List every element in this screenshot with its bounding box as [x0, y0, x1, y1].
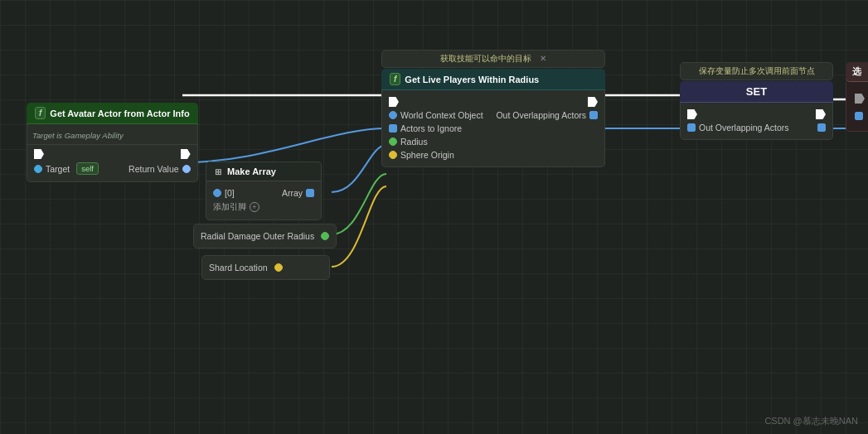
- actors-ignore-label: Actors to Ignore: [400, 123, 462, 133]
- add-pin-icon[interactable]: +: [250, 202, 259, 212]
- partial-body: [846, 82, 868, 132]
- sphere-origin-label: Sphere Origin: [400, 150, 454, 160]
- get-avatar-body: Target is Gameplay Ability Target self R…: [27, 124, 198, 182]
- get-avatar-node: f Get Avatar Actor from Actor Info Targe…: [27, 103, 198, 182]
- radius-label: Radius: [400, 137, 428, 147]
- target-value: self: [76, 162, 99, 175]
- target-label: Target: [46, 164, 70, 174]
- set-overlapping-row: Out Overlapping Actors: [681, 121, 832, 134]
- radial-damage-body: Radial Damage Outer Radius: [193, 224, 337, 248]
- get-avatar-header: f Get Avatar Actor from Actor Info: [27, 103, 198, 124]
- add-pin-row[interactable]: 添加引脚 +: [206, 200, 321, 215]
- shard-location-node: Shard Location: [201, 255, 330, 280]
- actors-ignore-row: Actors to Ignore: [382, 122, 604, 135]
- sphere-origin-pin[interactable]: [389, 151, 397, 159]
- function-badge2: f: [390, 73, 400, 85]
- array-icon: ⊞: [215, 167, 221, 176]
- make-array-body: [0] Array 添加引脚 +: [206, 181, 322, 220]
- set-tooltip: 保存变量防止多次调用前面节点: [680, 62, 833, 80]
- target-pin[interactable]: [34, 165, 42, 173]
- radius-row: Radius: [382, 135, 604, 148]
- make-array-header: ⊞ Make Array: [206, 162, 322, 181]
- glp-exec-row: [382, 95, 604, 108]
- exec-out-pin[interactable]: [181, 149, 191, 159]
- set-node: 保存变量防止多次调用前面节点 SET Out Overlapping Actor…: [680, 62, 833, 140]
- radial-damage-label: Radial Damage Outer Radius: [201, 231, 314, 241]
- shard-location-label: Shard Location: [209, 263, 268, 272]
- set-in-pin[interactable]: [687, 123, 696, 132]
- get-live-players-node: 获取技能可以命中的目标 ✕ f Get Live Players Within …: [381, 50, 605, 167]
- partial-exec-row: [846, 92, 868, 105]
- set-exec-out[interactable]: [816, 109, 826, 119]
- array-label: Array: [282, 188, 303, 198]
- add-pin-label: 添加引脚: [213, 201, 246, 213]
- target-row: Target self Return Value: [27, 161, 197, 176]
- get-avatar-subtitle-row: Target is Gameplay Ability: [27, 129, 197, 142]
- set-body: Out Overlapping Actors: [680, 103, 833, 140]
- radius-pin[interactable]: [389, 137, 397, 146]
- partial-exec-in[interactable]: [855, 94, 865, 104]
- partial-header: 选: [846, 62, 868, 82]
- shard-location-body: Shard Location: [201, 255, 330, 280]
- world-context-pin[interactable]: [389, 111, 397, 119]
- out-overlapping-label: Out Overlapping Actors: [496, 110, 586, 120]
- get-live-players-header: f Get Live Players Within Radius: [381, 69, 605, 90]
- set-title: SET: [746, 85, 767, 98]
- get-live-players-body: World Context Object Out Overlapping Act…: [381, 90, 605, 167]
- world-context-label: World Context Object: [400, 110, 483, 120]
- set-out-pin[interactable]: [817, 123, 826, 132]
- radial-damage-node: Radial Damage Outer Radius: [193, 224, 337, 248]
- exec-in-row: [27, 147, 197, 161]
- shard-location-pin[interactable]: [274, 263, 283, 272]
- return-label: Return Value: [129, 164, 179, 174]
- array-out-pin[interactable]: [306, 189, 314, 197]
- array-item0-pin[interactable]: [213, 189, 221, 197]
- glp-exec-out[interactable]: [588, 97, 598, 107]
- exec-in-pin[interactable]: [34, 149, 44, 159]
- partial-in-pin[interactable]: [855, 112, 863, 120]
- make-array-node: ⊞ Make Array [0] Array 添加引脚 +: [206, 162, 322, 220]
- set-exec-row: [681, 108, 832, 121]
- actors-ignore-pin[interactable]: [389, 124, 397, 133]
- tooltip-icon: ✕: [540, 54, 546, 63]
- sphere-origin-row: Sphere Origin: [382, 148, 604, 162]
- radial-damage-row: Radial Damage Outer Radius: [194, 229, 336, 243]
- glp-exec-in[interactable]: [389, 97, 399, 107]
- partial-node: 选: [846, 62, 868, 132]
- world-context-row: World Context Object Out Overlapping Act…: [382, 108, 604, 122]
- partial-label: 选: [852, 65, 861, 78]
- set-header: SET: [680, 81, 833, 103]
- partial-pin-row: [846, 110, 868, 122]
- return-value-pin[interactable]: [182, 165, 191, 173]
- array-item0-row: [0] Array: [206, 186, 321, 200]
- make-array-title: Make Array: [227, 166, 276, 176]
- get-live-players-tooltip: 获取技能可以命中的目标 ✕: [381, 50, 605, 68]
- get-avatar-title: Get Avatar Actor from Actor Info: [50, 108, 189, 118]
- array-item0-label: [0]: [225, 188, 235, 198]
- get-avatar-subtitle: Target is Gameplay Ability: [32, 131, 124, 140]
- set-exec-in[interactable]: [687, 109, 697, 119]
- shard-location-row: Shard Location: [202, 261, 329, 274]
- get-live-players-title: Get Live Players Within Radius: [405, 75, 539, 84]
- radial-damage-pin[interactable]: [321, 232, 329, 240]
- set-overlapping-label: Out Overlapping Actors: [699, 123, 789, 133]
- function-badge: f: [35, 107, 46, 119]
- out-overlapping-pin[interactable]: [589, 111, 598, 119]
- watermark: CSDN @慕志未晚NAN: [764, 415, 858, 427]
